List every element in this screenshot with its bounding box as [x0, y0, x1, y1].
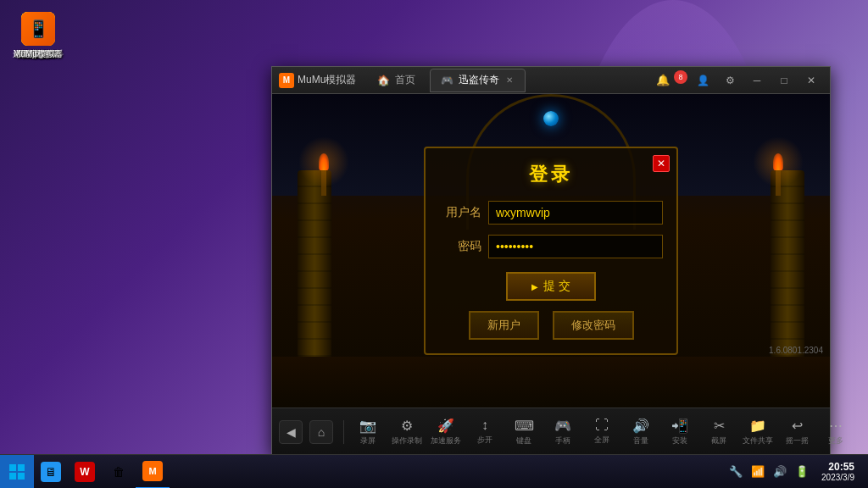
username-row: 用户名	[439, 201, 663, 225]
login-dialog: ✕ 登录 用户名 密码 提 交	[424, 147, 678, 355]
tool-screenshot[interactable]: ✂ 截屏	[700, 414, 737, 450]
desktop-icon-mumu[interactable]: 📱 MuMu模拟器	[8, 8, 68, 63]
start-button[interactable]	[0, 455, 34, 489]
minimize-btn[interactable]: ─	[745, 71, 769, 90]
password-input[interactable]	[488, 235, 663, 258]
system-clock[interactable]: 20:55 2023/3/9	[815, 461, 861, 482]
tool-install[interactable]: 📲 安装	[661, 414, 698, 450]
pillar-left	[298, 170, 331, 357]
svg-rect-0	[9, 464, 16, 471]
tab-home[interactable]: 🏠 首页	[366, 69, 426, 92]
tray-battery-icon[interactable]: 🔋	[793, 465, 811, 478]
emulator-toolbar: ◀ ⌂ 📷 录屏 ⚙ 操作录制 🚀 加速服务 ↕ 步开 ⌨ 键盘	[272, 408, 830, 455]
clock-date: 2023/3/9	[821, 473, 854, 482]
taskbar-right: 🔧 📶 🔊 🔋 20:55 2023/3/9	[726, 461, 868, 482]
home-btn[interactable]: ⌂	[309, 420, 333, 444]
tool-more[interactable]: ⋯ 更多	[817, 414, 854, 450]
desktop-icon-files[interactable]: 📁 综合文件	[860, 8, 868, 63]
username-label: 用户名	[439, 205, 481, 220]
version-label: 1.6.0801.2304	[769, 346, 823, 355]
taskbar-mumu[interactable]: M	[136, 455, 170, 489]
login-buttons: 提 交	[439, 272, 663, 301]
login-title: 登录	[439, 162, 663, 187]
desktop: 🗜 对压 🌐 极速浏览器 🔧 运行修复助手 📦 APKToolBox 🛠 Apk…	[0, 0, 868, 488]
mumu-logo: M	[279, 73, 294, 88]
clock-time: 20:55	[821, 461, 854, 473]
toolbar-nav: ◀ ⌂	[279, 420, 344, 444]
pillar-right	[771, 170, 804, 357]
taskbar-recycle[interactable]: 🗑	[102, 455, 136, 489]
svg-rect-2	[9, 473, 16, 480]
user-icon-btn[interactable]: 👤	[691, 71, 715, 90]
windows-logo-icon	[8, 463, 25, 480]
tray-network-icon[interactable]: 📶	[748, 465, 767, 478]
secondary-buttons: 新用户 修改密码	[439, 311, 663, 340]
taskbar-wps[interactable]: W	[68, 455, 102, 489]
change-password-button[interactable]: 修改密码	[553, 311, 634, 340]
new-user-button[interactable]: 新用户	[469, 311, 539, 340]
taskbar: 🖥 W 🗑 M 🔧 📶 🔊 🔋 20:55 2023/3/9	[0, 454, 868, 488]
tool-controller[interactable]: 🎮 手柄	[544, 414, 581, 450]
notification-badge: 8	[674, 70, 687, 84]
maximize-btn[interactable]: □	[772, 71, 796, 90]
back-btn[interactable]: ◀	[279, 420, 303, 444]
tool-step[interactable]: ↕ 步开	[466, 414, 504, 449]
dialog-close-btn[interactable]: ✕	[653, 155, 670, 172]
mumu-emulator-window: M MuMu模拟器 🏠 首页 🎮 迅盗传奇 ✕ 🔔 8 👤 ⚙ ─	[271, 66, 831, 456]
window-title: MuMu模拟器	[298, 73, 356, 87]
tool-record-action[interactable]: ⚙ 操作录制	[388, 414, 426, 450]
notification-icon[interactable]: 🔔	[654, 74, 672, 86]
username-input[interactable]	[488, 201, 663, 225]
tool-keyboard[interactable]: ⌨ 键盘	[505, 414, 542, 450]
desktop-icon-xundao-signed[interactable]: APK 迅盗传奇signed	[860, 186, 868, 251]
password-label: 密码	[439, 239, 481, 254]
tool-volume[interactable]: 🔊 音量	[622, 414, 659, 450]
torch-right	[773, 153, 783, 196]
window-titlebar: M MuMu模拟器 🏠 首页 🎮 迅盗传奇 ✕ 🔔 8 👤 ⚙ ─	[272, 67, 830, 94]
tool-fullscreen[interactable]: ⛶ 全屏	[583, 414, 620, 449]
password-row: 密码	[439, 235, 663, 258]
tab-game[interactable]: 🎮 迅盗传奇 ✕	[430, 69, 526, 92]
tool-shake[interactable]: ↩ 摇一摇	[778, 414, 815, 450]
tray-settings-icon[interactable]: 🔧	[726, 465, 745, 478]
tab-close-icon[interactable]: ✕	[504, 74, 515, 86]
game-content: ✕ 登录 用户名 密码 提 交	[272, 94, 830, 408]
tray-volume-icon[interactable]: 🔊	[771, 465, 789, 478]
window-controls: 🔔 8 👤 ⚙ ─ □ ✕	[654, 71, 823, 90]
taskbar-computer[interactable]: 🖥	[34, 455, 68, 489]
game-scene: ✕ 登录 用户名 密码 提 交	[272, 94, 830, 408]
svg-rect-3	[18, 473, 25, 480]
tool-accelerate[interactable]: 🚀 加速服务	[427, 414, 465, 450]
close-btn[interactable]: ✕	[799, 71, 823, 90]
tool-fileshare[interactable]: 📁 文件共享	[739, 414, 776, 450]
ground	[272, 357, 830, 408]
submit-button[interactable]: 提 交	[506, 272, 596, 301]
settings-btn[interactable]: ⚙	[718, 71, 742, 90]
tool-record-screen[interactable]: 📷 录屏	[349, 414, 387, 450]
torch-left	[319, 153, 329, 196]
svg-rect-1	[18, 464, 25, 471]
